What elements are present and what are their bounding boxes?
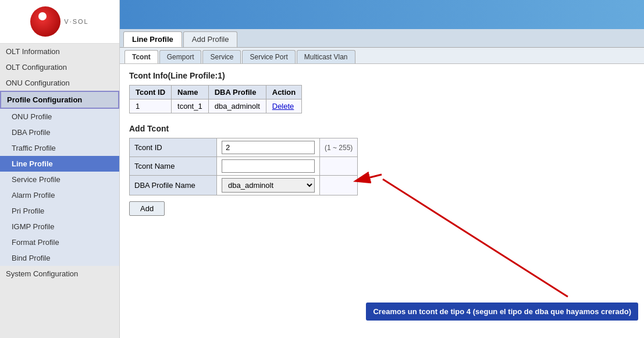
subtab-multicast-vlan[interactable]: Multicast Vlan	[297, 50, 355, 63]
form-row-tcont-name: Tcont Name	[130, 157, 358, 176]
cell-action: Delete	[266, 99, 301, 113]
subtab-service[interactable]: Service	[202, 50, 241, 63]
sidebar: V·SOL OLT Information OLT Configuration …	[0, 0, 120, 338]
tcont-info-title: Tcont Info(Line Profile:1)	[129, 71, 635, 80]
form-row-tcont-id: Tcont ID (1 ~ 255)	[130, 138, 358, 157]
tcont-table: Tcont ID Name DBA Profile Action 1 tcont…	[129, 85, 302, 113]
main-layout: V·SOL OLT Information OLT Configuration …	[0, 0, 644, 338]
col-action: Action	[266, 86, 301, 99]
logo-area: V·SOL	[0, 0, 119, 44]
sidebar-item-alarm-profile[interactable]: Alarm Profile	[0, 187, 119, 203]
add-tcont-section: Add Tcont Tcont ID (1 ~ 255) Tcont Name	[129, 124, 635, 216]
input-cell-dba-profile: dba_adminolt	[217, 176, 320, 195]
tcont-id-input[interactable]	[222, 141, 315, 154]
add-tcont-title: Add Tcont	[129, 124, 635, 133]
hint-tcont-id: (1 ~ 255)	[320, 138, 358, 157]
sidebar-item-pri-profile[interactable]: Pri Profile	[0, 203, 119, 219]
table-row: 1 tcont_1 dba_adminolt Delete	[130, 99, 302, 113]
cell-name: tcont_1	[172, 99, 209, 113]
sidebar-item-olt-info[interactable]: OLT Information	[0, 44, 119, 59]
col-name: Name	[172, 86, 209, 99]
label-dba-profile: DBA Profile Name	[130, 176, 217, 195]
sidebar-item-profile-config[interactable]: Profile Configuration	[0, 91, 119, 109]
col-dba-profile: DBA Profile	[208, 86, 266, 99]
main-content: Tcont Info(Line Profile:1) Tcont ID Name…	[120, 64, 644, 338]
vsol-logo: V·SOL	[30, 6, 88, 37]
dba-profile-select[interactable]: dba_adminolt	[222, 178, 315, 193]
main-tabs-row: Line Profile Add Profile	[120, 29, 644, 48]
content-area: Line Profile Add Profile Tcont Gemport S…	[120, 0, 644, 338]
tab-add-profile[interactable]: Add Profile	[183, 31, 238, 47]
delete-link[interactable]: Delete	[272, 102, 294, 111]
cell-tcont-id: 1	[130, 99, 172, 113]
add-tcont-form: Tcont ID (1 ~ 255) Tcont Name	[129, 138, 358, 195]
logo-text: V·SOL	[64, 18, 88, 25]
add-button[interactable]: Add	[129, 201, 165, 216]
subtab-gemport[interactable]: Gemport	[159, 50, 202, 63]
header-banner	[120, 0, 644, 29]
annotation-box: Creamos un tcont de tipo 4 (segun el tip…	[366, 303, 638, 321]
label-tcont-id: Tcont ID	[130, 138, 217, 157]
sidebar-item-onu-config[interactable]: ONU Configuration	[0, 75, 119, 91]
subtab-tcont[interactable]: Tcont	[124, 50, 158, 63]
sidebar-item-dba-profile[interactable]: DBA Profile	[0, 124, 119, 140]
sidebar-item-service-profile[interactable]: Service Profile	[0, 172, 119, 187]
sidebar-item-onu-profile[interactable]: ONU Profile	[0, 109, 119, 124]
sidebar-item-traffic-profile[interactable]: Traffic Profile	[0, 140, 119, 156]
input-cell-tcont-name	[217, 157, 320, 176]
logo-icon	[30, 6, 61, 37]
sidebar-item-line-profile[interactable]: Line Profile	[0, 156, 119, 172]
subtab-service-port[interactable]: Service Port	[242, 50, 295, 63]
tcont-name-input[interactable]	[222, 159, 315, 173]
sidebar-item-bind-profile[interactable]: Bind Profile	[0, 250, 119, 266]
sub-tabs-row: Tcont Gemport Service Service Port Multi…	[120, 48, 644, 64]
input-cell-tcont-id	[217, 138, 320, 157]
form-row-dba-profile: DBA Profile Name dba_adminolt	[130, 176, 358, 195]
sidebar-item-igmp-profile[interactable]: IGMP Profile	[0, 219, 119, 234]
cell-dba-profile: dba_adminolt	[208, 99, 266, 113]
sidebar-item-system-config[interactable]: System Configuration	[0, 266, 119, 282]
tab-line-profile[interactable]: Line Profile	[123, 31, 182, 47]
sidebar-item-olt-config[interactable]: OLT Configuration	[0, 59, 119, 75]
col-tcont-id: Tcont ID	[130, 86, 172, 99]
label-tcont-name: Tcont Name	[130, 157, 217, 176]
sidebar-item-format-profile[interactable]: Format Profile	[0, 234, 119, 250]
